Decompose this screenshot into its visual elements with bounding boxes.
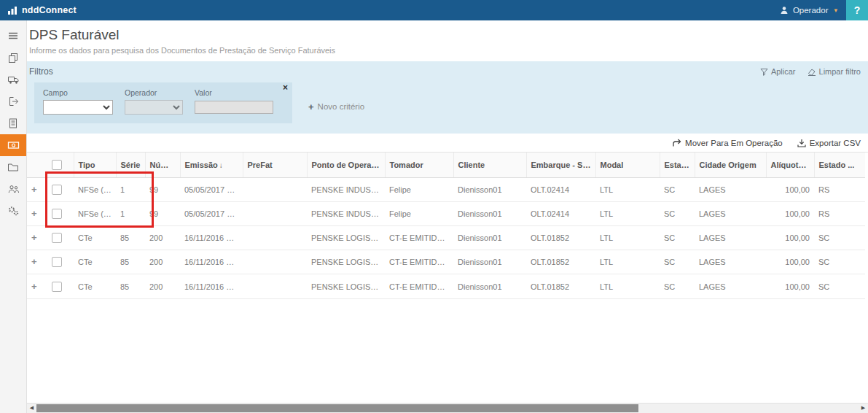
cell-serie: 1 <box>116 202 145 226</box>
sidebar-item-document[interactable] <box>0 112 26 134</box>
cell-estado-2: RS <box>814 202 865 226</box>
col-modal[interactable]: Modal <box>595 153 660 178</box>
sidebar-item-copy[interactable] <box>0 47 26 69</box>
col-cliente[interactable]: Cliente <box>453 153 526 178</box>
help-button[interactable]: ? <box>846 0 868 20</box>
page-subtitle: Informe os dados para pesquisa dos Docum… <box>29 46 868 55</box>
sidebar-item-users[interactable] <box>0 178 26 200</box>
operador-field: Operador <box>125 88 183 115</box>
sidebar-item-menu[interactable] <box>0 25 26 47</box>
scrollbar-thumb[interactable] <box>36 404 638 412</box>
cell-estado-1: SC <box>660 202 695 226</box>
operador-select[interactable] <box>125 100 183 115</box>
eraser-icon <box>808 68 816 76</box>
billing-icon <box>7 139 20 151</box>
cell-tipo: CTe <box>74 226 116 250</box>
table-row[interactable]: + NFSe (OST) 1 99 05/05/2017 16:11 PENSK… <box>27 202 865 226</box>
export-csv-button[interactable]: Exportar CSV <box>797 139 861 147</box>
new-criteria-button[interactable]: + Novo critério <box>308 101 364 112</box>
valor-input[interactable] <box>195 101 273 114</box>
brand-name: nddConnect <box>22 5 77 15</box>
col-embarque[interactable]: Embarque - Sell <box>526 153 595 178</box>
col-estado-1[interactable]: Estado ... <box>660 153 695 178</box>
close-icon[interactable]: × <box>283 83 288 92</box>
document-icon <box>7 117 19 129</box>
expand-row-button[interactable]: + <box>31 256 37 267</box>
clear-filter-button[interactable]: Limpar filtro <box>808 67 861 76</box>
row-checkbox[interactable] <box>52 282 62 292</box>
col-numero[interactable]: Número <box>145 153 180 178</box>
move-to-operation-button[interactable]: Mover Para Em Operação <box>672 139 783 147</box>
user-menu-label: Operador <box>793 6 829 15</box>
cell-serie: 1 <box>116 178 145 202</box>
cell-cidade-origem: LAGES <box>695 178 766 202</box>
table-row[interactable]: + CTe 85 200 16/11/2016 15:54 PENSKE LOG… <box>27 226 865 250</box>
col-cidade-origem[interactable]: Cidade Origem <box>695 153 766 178</box>
sidebar-item-truck[interactable] <box>0 69 26 90</box>
cell-serie: 85 <box>116 274 145 298</box>
cell-tipo: CTe <box>74 274 116 298</box>
sidebar-item-sign-out[interactable] <box>0 90 26 112</box>
row-checkbox[interactable] <box>52 257 62 267</box>
cell-tomador: Felipe <box>385 202 453 226</box>
cell-emissao: 05/05/2017 16:11 <box>180 202 243 226</box>
sidebar-item-billing[interactable] <box>0 134 26 156</box>
table-row[interactable]: + CTe 85 200 16/11/2016 15:54 PENSKE LOG… <box>27 274 865 298</box>
chevron-down-icon: ▾ <box>834 7 837 14</box>
cell-estado-2: SC <box>814 226 865 250</box>
col-serie[interactable]: Série <box>116 153 145 178</box>
row-checkbox[interactable] <box>52 185 62 195</box>
col-ponto-operacao[interactable]: Ponto de Operação <box>307 153 385 178</box>
cell-prefat <box>243 274 307 298</box>
select-all-checkbox[interactable] <box>52 160 62 170</box>
cell-numero: 200 <box>145 274 180 298</box>
cell-embarque: OLT.01852 <box>526 250 595 274</box>
export-csv-label: Exportar CSV <box>810 139 861 147</box>
table-row[interactable]: + CTe 85 200 16/11/2016 15:54 PENSKE LOG… <box>27 250 865 274</box>
col-aliquota[interactable]: Alíquota (%) <box>766 153 814 178</box>
expand-row-button[interactable]: + <box>31 232 37 243</box>
cell-numero: 200 <box>145 226 180 250</box>
cell-cliente: Dienisson01 <box>453 226 526 250</box>
cell-prefat <box>243 178 307 202</box>
cell-estado-1: SC <box>660 226 695 250</box>
operador-label: Operador <box>125 88 183 97</box>
col-estado-2[interactable]: Estado ... <box>814 153 865 178</box>
cell-embarque: OLT.02414 <box>526 202 595 226</box>
plus-icon: + <box>308 101 314 112</box>
sidebar-item-settings[interactable] <box>0 200 26 222</box>
cell-estado-2: SC <box>814 274 865 298</box>
expand-row-button[interactable]: + <box>31 281 37 292</box>
horizontal-scrollbar[interactable]: ◀ ▶ <box>27 403 868 413</box>
scroll-left-arrow[interactable]: ◀ <box>27 404 36 412</box>
expand-row-button[interactable]: + <box>31 184 37 195</box>
valor-label: Valor <box>195 88 273 97</box>
cell-tomador: Felipe <box>385 178 453 202</box>
cell-tipo: NFSe (OST) <box>74 202 116 226</box>
cell-estado-2: RS <box>814 178 865 202</box>
cell-modal: LTL <box>595 202 660 226</box>
sidebar-item-folder[interactable] <box>0 156 26 178</box>
apply-filter-button[interactable]: Aplicar <box>760 67 796 76</box>
expand-row-button[interactable]: + <box>31 208 37 219</box>
row-checkbox[interactable] <box>52 233 62 243</box>
col-expand <box>27 153 47 178</box>
truck-icon <box>7 74 20 85</box>
cell-aliquota: 100,00 <box>766 250 814 274</box>
row-checkbox[interactable] <box>52 209 62 219</box>
user-menu[interactable]: Operador ▾ <box>771 0 846 20</box>
campo-select[interactable] <box>43 100 113 115</box>
cell-estado-1: SC <box>660 178 695 202</box>
col-emissao[interactable]: Emissão↓ <box>180 153 243 178</box>
col-tipo[interactable]: Tipo <box>74 153 116 178</box>
cell-modal: LTL <box>595 250 660 274</box>
table-row[interactable]: + NFSe (OS) 1 99 05/05/2017 16:11 PENSKE… <box>27 178 865 202</box>
sort-desc-icon: ↓ <box>219 161 223 169</box>
cell-emissao: 16/11/2016 15:54 <box>180 226 243 250</box>
col-prefat[interactable]: PreFat <box>243 153 307 178</box>
col-tomador[interactable]: Tomador <box>385 153 453 178</box>
brand: nddConnect <box>0 5 77 15</box>
scroll-right-arrow[interactable]: ▶ <box>859 404 868 412</box>
cell-aliquota: 100,00 <box>766 274 814 298</box>
move-arrow-icon <box>672 139 681 147</box>
